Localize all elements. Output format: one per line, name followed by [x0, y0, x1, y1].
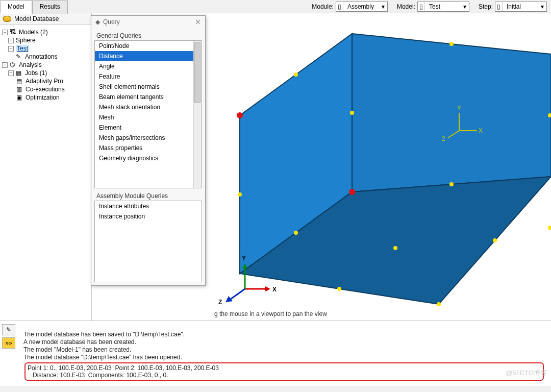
svg-point-10 — [493, 238, 497, 242]
svg-line-21 — [231, 289, 245, 299]
tree-node-optim[interactable]: ▣ Optimization — [1, 93, 90, 102]
model-value: Test — [425, 3, 461, 10]
svg-point-14 — [350, 111, 354, 115]
tree-node-sphere[interactable]: + Sphere — [1, 36, 90, 44]
expand-icon[interactable]: + — [8, 46, 14, 52]
query-item[interactable]: Element — [95, 122, 202, 133]
jobs-icon: ▦ — [16, 69, 23, 77]
database-icon — [3, 16, 11, 22]
chevron-down-icon[interactable]: ▾ — [461, 3, 469, 10]
step-value: Initial — [503, 3, 538, 10]
query-icon: ◆ — [95, 18, 100, 26]
svg-point-3 — [294, 72, 298, 77]
query-item[interactable]: Instance position — [95, 211, 202, 222]
tree-node-coexec[interactable]: ▥ Co-executions — [1, 85, 90, 93]
close-icon[interactable]: ✕ — [195, 18, 201, 26]
svg-marker-0 — [352, 34, 551, 192]
model-combo[interactable]: ▯ Test ▾ — [417, 2, 469, 12]
svg-point-13 — [437, 302, 441, 306]
expand-icon[interactable]: + — [8, 38, 14, 43]
svg-point-6 — [449, 182, 454, 186]
tree-node-adaptivity[interactable]: ▤ Adaptivity Pro — [1, 77, 90, 85]
module-stepper-icon[interactable]: ▯ — [336, 2, 343, 11]
svg-text:Y: Y — [457, 105, 461, 112]
message-area: ✎ »» The model database has been saved t… — [0, 321, 551, 386]
query-item[interactable]: Instance attributes — [95, 201, 202, 211]
query-item[interactable]: Shell element normals — [95, 82, 202, 92]
chevron-down-icon[interactable]: ▾ — [538, 3, 546, 10]
axis-y-label: Y — [242, 255, 246, 262]
prompt-hint: g the mouse in a viewport to pan the vie… — [214, 310, 327, 317]
step-combo[interactable]: ▯ Initial ▾ — [495, 2, 547, 12]
query-item[interactable]: Point/Node — [95, 41, 202, 51]
tree-node-jobs[interactable]: + ▦ Jobs (1) — [1, 69, 90, 77]
tree-header: Model Database — [0, 13, 91, 25]
context-bar: Module: ▯ Assembly ▾ Model: ▯ Test ▾ Ste… — [305, 2, 551, 12]
watermark: @51CTO博客 — [506, 369, 547, 378]
module-label: Module: — [312, 3, 334, 10]
svg-point-9 — [548, 226, 551, 230]
scrollbar-thumb[interactable] — [194, 42, 201, 103]
coexec-icon: ▥ — [16, 86, 23, 93]
svg-point-16 — [349, 189, 355, 195]
query-item-distance[interactable]: Distance — [95, 51, 202, 61]
query-dialog[interactable]: ◆ Query ✕ General Queries Point/Node Dis… — [91, 15, 206, 286]
tree-node-annotations[interactable]: ✎ Annotations — [1, 53, 90, 61]
model-tree-panel: Model Database − 🏗 Models (2) + Sphere +… — [0, 13, 92, 321]
main-tabs: Model Results — [0, 0, 68, 13]
query-item[interactable]: Mesh gaps/intersections — [95, 133, 202, 143]
dialog-title: Query — [103, 18, 120, 26]
adaptivity-icon: ▤ — [16, 78, 23, 85]
general-queries-list[interactable]: Point/Node Distance Angle Feature Shell … — [94, 40, 202, 188]
axis-z-label: Z — [218, 299, 222, 306]
expand-icon[interactable]: + — [8, 70, 14, 76]
general-queries-label: General Queries — [94, 31, 202, 40]
top-bar: Model Results Module: ▯ Assembly ▾ Model… — [0, 0, 551, 13]
tree-node-models[interactable]: − 🏗 Models (2) — [1, 28, 90, 36]
step-stepper-icon[interactable]: ▯ — [495, 2, 503, 11]
optim-icon: ▣ — [16, 94, 23, 101]
tree-header-label: Model Database — [14, 15, 59, 22]
collapse-icon[interactable]: − — [2, 30, 8, 35]
model-label: Model: — [397, 3, 415, 10]
console-output[interactable]: The model database has been saved to "D:… — [20, 321, 551, 386]
module-value: Assembly — [343, 3, 379, 10]
assembly-queries-list[interactable]: Instance attributes Instance position — [94, 201, 202, 282]
tab-model[interactable]: Model — [0, 1, 32, 14]
query-item[interactable]: Mesh stack orientation — [95, 102, 202, 112]
query-item[interactable]: Feature — [95, 71, 202, 82]
chevron-down-icon[interactable]: ▾ — [379, 3, 387, 10]
annotations-icon: ✎ — [16, 53, 23, 60]
svg-point-4 — [449, 42, 454, 46]
query-item[interactable]: Angle — [95, 61, 202, 71]
tree-node-test[interactable]: + Test — [1, 44, 90, 53]
query-item[interactable]: Geometry diagnostics — [95, 153, 202, 163]
svg-point-11 — [393, 246, 397, 250]
assembly-queries-label: Assembly Module Queries — [94, 191, 202, 201]
message-log-button[interactable]: ✎ — [2, 324, 15, 335]
axis-x-label: X — [272, 286, 277, 293]
tab-results[interactable]: Results — [32, 1, 68, 14]
highlighted-output: Point 1: 0., 100.E-03, 200.E-03 Point 2:… — [24, 362, 544, 381]
query-item[interactable]: Mass properties — [95, 143, 202, 153]
svg-text:2: 2 — [442, 135, 445, 142]
svg-point-15 — [237, 112, 243, 118]
scrollbar[interactable] — [193, 41, 202, 188]
tree[interactable]: − 🏗 Models (2) + Sphere + Test ✎ Annotat… — [0, 25, 91, 105]
step-label: Step: — [479, 3, 493, 10]
cli-button[interactable]: »» — [2, 337, 15, 349]
module-combo[interactable]: ▯ Assembly ▾ — [336, 2, 388, 12]
tree-node-test-label: Test — [16, 45, 29, 52]
analysis-icon: ⌬ — [10, 61, 17, 68]
dialog-titlebar[interactable]: ◆ Query ✕ — [91, 16, 205, 28]
svg-marker-18 — [265, 286, 270, 291]
query-item[interactable]: Beam element tangents — [95, 92, 202, 102]
tree-node-analysis[interactable]: − ⌬ Analysis — [1, 61, 90, 69]
svg-point-7 — [294, 231, 298, 235]
svg-point-12 — [337, 287, 341, 291]
query-item[interactable]: Mesh — [95, 112, 202, 122]
models-icon: 🏗 — [10, 29, 17, 36]
svg-text:X: X — [479, 127, 483, 134]
collapse-icon[interactable]: − — [2, 62, 8, 68]
model-stepper-icon[interactable]: ▯ — [418, 2, 425, 11]
